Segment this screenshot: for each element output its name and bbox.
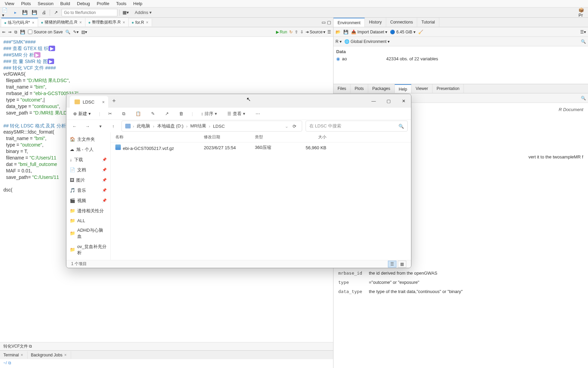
sidebar-item-music[interactable]: 🎵音乐📌 [66,185,110,196]
forward-button[interactable]: → [83,121,92,131]
menu-debug[interactable]: Debug [74,0,93,7]
goto-arrow-icon[interactable]: ↗ [52,9,60,16]
close-icon[interactable]: × [102,99,105,105]
address-bar[interactable]: › 此电脑 › 本地磁盘 (D:) › MR结果 › LDSC ⌄ ⟳ [121,121,302,132]
details-view-icon[interactable]: ☰ [388,261,396,267]
view-button[interactable]: ☰ 查看 ▾ [225,109,247,118]
open-file-icon[interactable]: ▸ [12,9,19,16]
save-icon[interactable]: 💾 [343,30,348,34]
history-tab[interactable]: History [365,18,386,27]
column-headers[interactable]: 名称 修改日期 类型 大小 [111,132,411,142]
environment-tab[interactable]: Environment [333,18,365,27]
minimize-button[interactable]: — [366,94,381,108]
maximize-pane-icon[interactable]: ▢ [327,20,331,25]
project-icon[interactable]: 📦 Pr [578,9,586,16]
cut-icon[interactable]: ✂ [106,110,114,118]
delete-icon[interactable]: 🗑 [177,110,185,118]
sidebar-item-folder[interactable]: 📁ADHD与心脑血 [66,225,110,242]
print-icon[interactable]: 🖨 [40,9,48,16]
packages-tab[interactable]: Packages [368,84,395,93]
down-icon[interactable]: ⇩ [300,30,304,34]
close-icon[interactable]: × [20,353,24,357]
env-row-ao[interactable]: ◉ ao 42334 obs. of 22 variables [336,56,585,62]
menu-profile[interactable]: Profile [93,0,113,7]
new-file-icon[interactable]: 📄▾ [2,9,10,16]
crumb-ldsc[interactable]: LDSC [212,124,226,129]
recent-dropdown[interactable]: ▾ [96,121,105,131]
col-name[interactable]: 名称 [115,134,204,140]
menu-tools[interactable]: Tools [113,0,130,7]
background-jobs-tab[interactable]: Background Jobs × [28,351,71,359]
sidebar-item-home[interactable]: 🏠主文件夹 [66,134,110,144]
copy-icon[interactable]: ⧉ [120,110,127,118]
explorer-search[interactable]: 在 LDSC 中搜索 🔍 [306,121,408,132]
grid-icon[interactable]: ▦▾ [122,9,129,16]
sidebar-item-cloud[interactable]: ☁旭 - 个人 [66,144,110,155]
sort-button[interactable]: ↕ 排序 ▾ [199,109,219,118]
explorer-tab[interactable]: LDSC × [70,96,108,108]
source-tab-3[interactable]: ● for.R × [129,19,152,26]
source-tab-1[interactable]: ● 猪猪的药物靶点.R × [38,18,85,27]
code-section-label[interactable]: 转化VCF文件 ⧉ [3,343,32,349]
presentation-tab[interactable]: Presentation [432,84,464,93]
paste-icon[interactable]: 📋 [133,110,143,118]
menu-help[interactable]: Help [130,0,146,7]
show-in-new-icon[interactable]: ⧉ [14,30,17,34]
rerun-icon[interactable]: ↻ [289,30,293,34]
more-button[interactable]: ⋯ [254,110,262,118]
list-view-icon[interactable]: ☰▾ [580,30,586,34]
addins-dropdown[interactable]: Addins ▾ [131,9,155,16]
import-dataset-button[interactable]: 📥 Import Dataset ▾ [351,30,387,34]
save-all-icon[interactable]: 💾 [31,9,38,16]
console-body[interactable]: ~/ ⧉ [0,359,333,368]
close-button[interactable]: ✕ [396,94,411,108]
source-button[interactable]: ➜ Source ▾ [306,30,325,34]
outline-icon[interactable]: ☰ [327,30,331,34]
scope-r-dropdown[interactable]: R ▾ [336,39,342,44]
wand-icon[interactable]: ✎▾ [73,30,79,34]
load-icon[interactable]: 📂 [336,30,341,34]
source-tab-0[interactable]: ● 练习代码.R* × [1,18,38,27]
col-type[interactable]: 类型 [255,134,296,140]
search-icon[interactable]: 🔍 [581,96,586,101]
crumb-mr[interactable]: MR结果 [190,123,207,129]
close-icon[interactable]: × [122,20,126,25]
file-row[interactable]: ebi-a-GCST005217.vcf.gz 2023/6/27 15:54 … [111,142,411,153]
broom-icon[interactable]: 🧹 [418,30,423,34]
close-icon[interactable]: × [79,20,82,25]
goto-file-input[interactable] [62,9,117,16]
new-tab-button[interactable]: + [108,97,120,105]
sidebar-item-doc[interactable]: 📄文档📌 [66,165,110,175]
terminal-tab[interactable]: Terminal × [0,351,28,359]
files-tab[interactable]: Files [333,84,350,93]
viewer-tab[interactable]: Viewer [411,84,432,93]
tutorial-tab[interactable]: Tutorial [417,18,439,27]
sidebar-item-folder[interactable]: 📁遗传相关性分 [66,206,110,216]
explorer-titlebar[interactable]: LDSC × + — ▢ ✕ [66,94,411,108]
sidebar-item-dl[interactable]: ↓下载📌 [66,155,110,165]
menu-session[interactable]: Session [34,0,57,7]
crumb-pc[interactable]: 此电脑 [136,123,151,129]
back-icon[interactable]: ⇐ [2,30,5,34]
col-date[interactable]: 修改日期 [204,134,255,140]
back-button[interactable]: ← [70,121,79,131]
maximize-button[interactable]: ▢ [381,94,396,108]
crumb-drive[interactable]: 本地磁盘 (D:) [157,123,184,129]
thumbnails-view-icon[interactable]: ▦ [398,261,406,267]
menu-view[interactable]: View [1,0,18,7]
knit-icon[interactable]: ▤▾ [81,30,87,34]
refresh-button[interactable]: ⟳ [291,124,298,129]
connections-tab[interactable]: Connections [386,18,418,27]
source-on-save-input[interactable] [28,30,32,34]
close-icon[interactable]: × [145,20,149,25]
sidebar-item-video[interactable]: 🎬视频📌 [66,196,110,206]
menu-plots[interactable]: Plots [18,0,34,7]
new-button[interactable]: ⊕ 新建 ▾ [71,109,93,118]
expand-icon[interactable]: ◉ [336,56,340,61]
save-icon[interactable]: 💾 [20,30,25,34]
minimize-pane-icon[interactable]: ▭ [322,20,326,25]
sidebar-item-folder[interactable]: 📁ov_贫血补充分析 [66,242,110,258]
find-icon[interactable]: 🔍 [65,30,70,34]
chevron-down-icon[interactable]: ⌄ [285,124,289,129]
source-on-save-checkbox[interactable]: Source on Save [28,30,63,34]
